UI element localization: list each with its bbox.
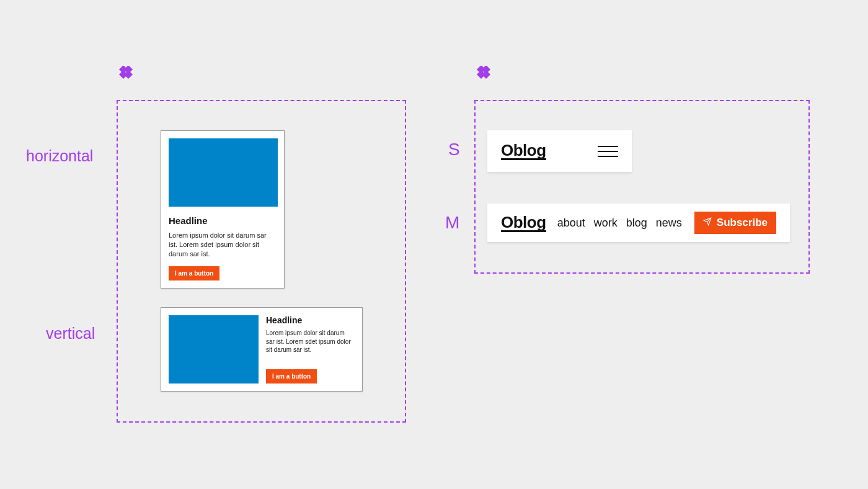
card-horizontal: Headline Lorem ipsum dolor sit darum sar… [161, 130, 285, 289]
variant-label-vertical: vertical [46, 325, 95, 343]
nav-link-about[interactable]: about [557, 217, 585, 230]
card-button[interactable]: I am a button [169, 266, 219, 280]
card-image-placeholder [169, 315, 259, 384]
nav-link-work[interactable]: work [594, 217, 618, 230]
navbar-logo[interactable]: Oblog [501, 214, 546, 232]
variant-label-m: M [445, 213, 459, 233]
hamburger-icon[interactable] [598, 146, 618, 157]
nav-link-news[interactable]: news [656, 217, 682, 230]
card-title: Headline [169, 215, 277, 226]
navbar-small: Oblog [487, 130, 632, 172]
card-image-placeholder [169, 138, 278, 207]
subscribe-button[interactable]: Subscribe [694, 212, 776, 234]
component-marker-icon [474, 66, 493, 84]
nav-link-blog[interactable]: blog [626, 217, 647, 230]
paper-plane-icon [703, 217, 712, 229]
card-vertical: Headline Lorem ipsum dolor sit darum sar… [161, 307, 363, 392]
variant-label-s: S [448, 140, 460, 159]
card-title: Headline [266, 315, 355, 325]
card-button[interactable]: I am a button [266, 369, 317, 384]
subscribe-label: Subscribe [717, 217, 768, 229]
card-body: Lorem ipsum dolor sit darum sar ist. Lor… [266, 329, 355, 354]
variant-label-horizontal: horizontal [26, 147, 93, 165]
card-body: Lorem ipsum dolor sit darum sar ist. Lor… [169, 231, 277, 259]
navbar-medium: Oblog about work blog news Subscribe [487, 204, 790, 242]
component-frame-navbars [474, 100, 810, 274]
navbar-logo[interactable]: Oblog [501, 142, 546, 160]
component-marker-icon [117, 66, 135, 84]
